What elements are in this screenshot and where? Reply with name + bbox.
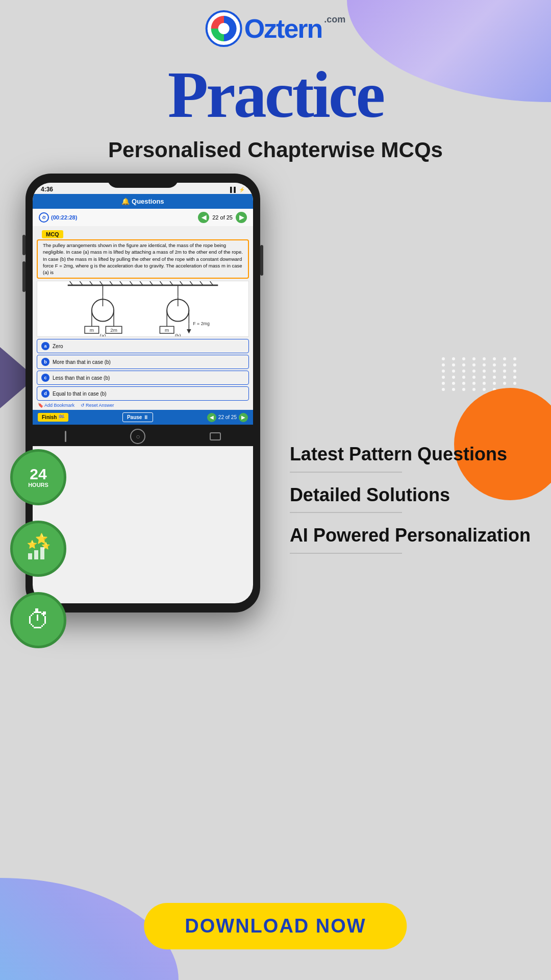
feature-latest-pattern: Latest Pattern Questions <box>290 444 531 473</box>
svg-text:(a): (a) <box>99 333 106 336</box>
feature-divider-1 <box>290 472 402 473</box>
feature-ai-personalization-title: AI Powered Personalization <box>290 525 531 546</box>
mcq-badge: MCQ <box>42 230 63 238</box>
bookmark-icon: 🔖 <box>38 403 43 408</box>
feature-detailed-solutions-title: Detailed Solutions <box>290 485 531 505</box>
question-text: The pulley arrangements shown in the fig… <box>37 239 249 279</box>
logo-inner <box>211 16 237 41</box>
app-header-bar: 🔔 Questions <box>33 194 253 209</box>
pause-label: Pause <box>127 414 142 420</box>
option-a[interactable]: a Zero <box>37 339 249 353</box>
reset-icon: ↺ <box>81 403 85 408</box>
phone-home-bar: ○ <box>33 425 253 446</box>
logo-center-dot <box>218 23 230 34</box>
download-now-button[interactable]: DOWNLOAD NOW <box>144 903 407 949</box>
phone-screen: 4:36 ▌▌ ⚡ 🔔 Questions ⏱ (00:22:28) ◀ 22 … <box>33 183 253 603</box>
home-btn[interactable]: ○ <box>130 429 145 444</box>
option-c[interactable]: c Less than that in case (b) <box>37 371 249 385</box>
add-bookmark-btn[interactable]: 🔖 Add Bookmark <box>38 403 74 408</box>
feature-ai-personalization: AI Powered Personalization <box>290 525 531 554</box>
finish-button[interactable]: Finish 🏁 <box>38 413 68 422</box>
add-bookmark-label: Add Bookmark <box>44 403 74 408</box>
icon-24hours: 24 HOURS <box>10 449 66 505</box>
bottom-prev-btn[interactable]: ◀ <box>207 413 216 422</box>
diagram-area: m 2m (a) <box>37 281 249 337</box>
option-d[interactable]: d Equal to that in case (b) <box>37 386 249 401</box>
timer-icon-display: ⏱ <box>26 608 51 632</box>
svg-text:2m: 2m <box>110 328 117 333</box>
question-nav-bar: ⏱ (00:22:28) ◀ 22 of 25 ▶ <box>33 209 253 226</box>
logo-text: Oztern <box>244 13 322 44</box>
prev-question-btn[interactable]: ◀ <box>198 212 209 223</box>
finish-icon: 🏁 <box>58 414 64 420</box>
reset-answer-label: Reset Answer <box>86 403 114 408</box>
reset-answer-btn[interactable]: ↺ Reset Answer <box>81 403 114 408</box>
pause-icon: ⏸ <box>143 414 148 420</box>
svg-text:(b): (b) <box>175 333 181 336</box>
achievement-icon: ⭐ ⭐ ⭐ <box>23 532 54 562</box>
bottom-bar: Finish 🏁 Pause ⏸ ◀ 22 of 25 ▶ <box>33 410 253 425</box>
icon-achievement: ⭐ ⭐ ⭐ <box>10 521 66 577</box>
dot-pattern-decoration <box>442 357 520 391</box>
recents-btn[interactable] <box>210 432 221 440</box>
svg-rect-41 <box>40 547 44 559</box>
pause-button[interactable]: Pause ⏸ <box>122 412 153 422</box>
feature-divider-2 <box>290 512 402 513</box>
mcq-badge-wrapper: MCQ <box>33 226 253 239</box>
bottom-nav-counter: 22 of 25 <box>218 414 237 420</box>
svg-text:m: m <box>165 328 169 333</box>
option-c-label: c <box>41 374 49 382</box>
status-icons: ▌▌ ⚡ <box>230 187 245 192</box>
timer-display: ⏱ (00:22:28) <box>39 212 77 223</box>
feature-detailed-solutions: Detailed Solutions <box>290 485 531 513</box>
svg-text:F = 2mg: F = 2mg <box>193 322 210 327</box>
feature-latest-pattern-title: Latest Pattern Questions <box>290 444 531 464</box>
timer-text: (00:22:28) <box>51 214 77 220</box>
bottom-nav-controls: ◀ 22 of 25 ▶ <box>207 413 248 422</box>
icon-24-text: 24 <box>30 467 46 482</box>
option-a-text: Zero <box>53 344 63 349</box>
logo: Oztern .com <box>206 10 346 47</box>
action-bar: 🔖 Add Bookmark ↺ Reset Answer <box>33 401 253 410</box>
header: Oztern .com <box>206 10 346 47</box>
app-header-title: 🔔 Questions <box>121 198 164 205</box>
option-d-text: Equal to that in case (b) <box>53 391 107 397</box>
option-b-label: b <box>41 358 49 366</box>
pulley-diagram: m 2m (a) <box>37 281 248 336</box>
option-a-label: a <box>41 342 49 350</box>
features-list: Latest Pattern Questions Detailed Soluti… <box>290 444 531 566</box>
option-c-text: Less than that in case (b) <box>53 375 110 381</box>
svg-rect-39 <box>28 553 32 559</box>
question-nav-buttons: ◀ 22 of 25 ▶ <box>198 212 247 223</box>
feature-divider-3 <box>290 553 402 554</box>
logo-com: .com <box>324 14 345 25</box>
bottom-next-btn[interactable]: ▶ <box>239 413 248 422</box>
timer-icon: ⏱ <box>39 212 49 223</box>
question-counter: 22 of 25 <box>212 214 233 220</box>
phone-button-vol-down <box>22 261 26 292</box>
option-b-text: More than that in case (b) <box>53 359 111 365</box>
option-d-label: d <box>41 389 49 398</box>
svg-text:m: m <box>90 328 94 333</box>
finish-label: Finish <box>42 414 57 420</box>
phone-button-right <box>260 245 263 276</box>
answer-options: a Zero b More than that in case (b) c Le… <box>33 339 253 401</box>
status-time: 4:36 <box>41 186 53 193</box>
phone-notch <box>107 174 179 188</box>
practice-title: Practice <box>0 61 551 128</box>
icon-timer: ⏱ <box>10 592 66 648</box>
back-btn[interactable] <box>65 431 66 442</box>
subtitle: Personalised Chapterwise MCQs <box>0 138 551 162</box>
next-question-btn[interactable]: ▶ <box>236 212 247 223</box>
svg-rect-40 <box>34 550 38 559</box>
logo-circle <box>206 10 242 47</box>
phone-button-vol-up <box>22 235 26 255</box>
icon-hours-text: HOURS <box>28 482 48 488</box>
option-b[interactable]: b More than that in case (b) <box>37 355 249 369</box>
